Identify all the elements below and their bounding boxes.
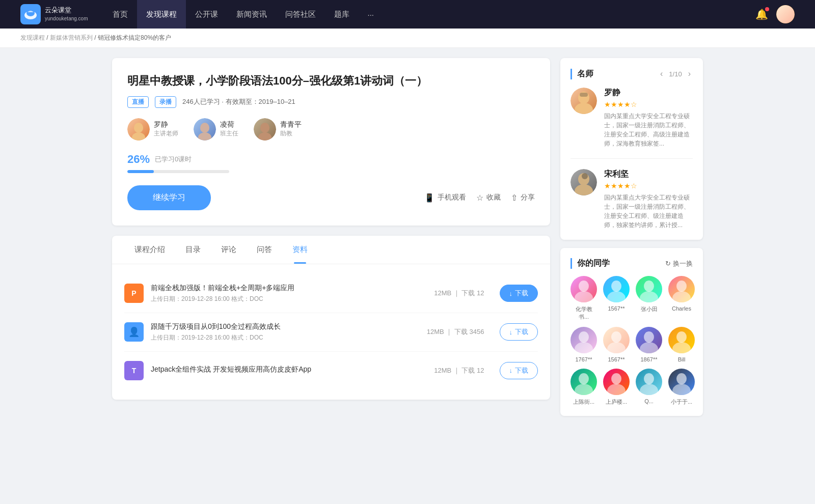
student-avatar-2[interactable] bbox=[636, 276, 662, 302]
student-item-2: 张小田 bbox=[636, 276, 662, 321]
svg-point-26 bbox=[644, 331, 654, 343]
collect-button[interactable]: ☆ 收藏 bbox=[476, 193, 501, 203]
resource-info-2: 跟随千万级项目从0到100全过程高效成长 上传日期：2019-12-28 16:… bbox=[151, 322, 420, 342]
download-button-1[interactable]: ↓ 下载 bbox=[500, 285, 538, 302]
student-item-3: Charles bbox=[668, 276, 695, 321]
bell-button[interactable]: 🔔 bbox=[755, 8, 768, 20]
download-icon-3: ↓ bbox=[509, 367, 513, 374]
breadcrumb-current: 销冠修炼术搞定80%的客户 bbox=[98, 34, 171, 41]
tab-qa[interactable]: 问答 bbox=[247, 236, 282, 264]
svg-point-21 bbox=[672, 291, 691, 302]
svg-point-24 bbox=[611, 331, 621, 343]
teachers-panel-header: 名师 ‹ 1/10 › bbox=[570, 68, 693, 79]
download-button-3[interactable]: ↓ 下载 bbox=[500, 362, 538, 379]
svg-point-5 bbox=[198, 132, 211, 141]
teachers-row: 罗静 主讲老师 凌荷 班主任 bbox=[127, 118, 535, 141]
teacher-info-1: 罗静 主讲老师 bbox=[154, 120, 178, 138]
student-item-9: 上庐楼... bbox=[603, 369, 630, 406]
teacher-card-name-2: 宋利坚 bbox=[604, 169, 693, 180]
phone-watch-button[interactable]: 📱 手机观看 bbox=[424, 193, 466, 203]
teacher-name-3: 青青平 bbox=[280, 120, 302, 129]
student-item-11: 小于于... bbox=[668, 369, 695, 406]
svg-point-31 bbox=[575, 384, 593, 395]
refresh-button[interactable]: ↻ 换一换 bbox=[665, 259, 693, 268]
teacher-card-stars-1: ★★★★☆ bbox=[604, 100, 693, 108]
teacher-name-2: 凌荷 bbox=[220, 120, 238, 129]
teachers-next-button[interactable]: › bbox=[686, 68, 693, 79]
student-avatar-11[interactable] bbox=[668, 369, 695, 395]
student-name-3: Charles bbox=[672, 305, 691, 312]
student-avatar-5[interactable] bbox=[603, 327, 630, 353]
student-name-4: 1767** bbox=[575, 356, 592, 362]
user-avatar[interactable] bbox=[776, 5, 795, 23]
nav-item-home[interactable]: 首页 bbox=[103, 0, 137, 29]
student-avatar-3[interactable] bbox=[668, 276, 695, 302]
svg-point-4 bbox=[200, 123, 209, 133]
student-item-1: 1567** bbox=[603, 276, 630, 321]
main-container: 明星中教授课，小学阶段语法100分–强化级第1讲动词（一） 直播 录播 246人… bbox=[102, 58, 713, 424]
student-name-0: 化学教书... bbox=[570, 305, 597, 321]
share-icon: ⇧ bbox=[511, 193, 518, 203]
svg-point-25 bbox=[607, 342, 626, 353]
teachers-prev-button[interactable]: ‹ bbox=[658, 68, 665, 79]
svg-point-22 bbox=[579, 331, 589, 343]
teacher-role-3: 助教 bbox=[280, 129, 302, 138]
teacher-role-1: 主讲老师 bbox=[154, 129, 178, 138]
resource-item-2: 👤 跟随千万级项目从0到100全过程高效成长 上传日期：2019-12-28 1… bbox=[124, 313, 538, 352]
student-avatar-7[interactable] bbox=[668, 327, 695, 353]
resource-icon-1: P bbox=[124, 284, 144, 303]
breadcrumb-link-discover[interactable]: 发现课程 bbox=[20, 34, 45, 41]
nav-item-more[interactable]: ··· bbox=[359, 0, 384, 29]
teacher-name-1: 罗静 bbox=[154, 120, 178, 129]
student-name-2: 张小田 bbox=[641, 305, 658, 313]
tab-catalog[interactable]: 目录 bbox=[175, 236, 211, 264]
logo-text: 云朵课堂yundouketang.com bbox=[45, 6, 88, 22]
resource-icon-2: 👤 bbox=[124, 322, 144, 342]
student-avatar-0[interactable] bbox=[570, 276, 597, 302]
tabs-card: 课程介绍 目录 评论 问答 资料 P 前端全栈加强版！前端全栈+全周期+多端应用… bbox=[112, 236, 550, 400]
student-name-5: 1567** bbox=[608, 356, 624, 362]
progress-section: 26% 已学习0课时 bbox=[127, 153, 535, 173]
svg-point-28 bbox=[676, 331, 687, 343]
teacher-item-1: 罗静 主讲老师 bbox=[127, 118, 178, 141]
progress-bar-bg bbox=[127, 170, 229, 173]
continue-button[interactable]: 继续学习 bbox=[127, 185, 211, 210]
download-button-2[interactable]: ↓ 下载 bbox=[500, 323, 538, 341]
svg-point-34 bbox=[644, 373, 654, 384]
breadcrumb: 发现课程 / 新媒体营销系列 / 销冠修炼术搞定80%的客户 bbox=[0, 29, 815, 48]
student-name-10: Q... bbox=[644, 398, 654, 404]
teacher-card-info-2: 宋利坚 ★★★★☆ 国内某重点大学安全工程专业硕士，国家一级注册消防工程师、注册… bbox=[604, 169, 693, 230]
phone-icon: 📱 bbox=[424, 193, 434, 203]
nav-item-news[interactable]: 新闻资讯 bbox=[227, 0, 276, 29]
teacher-card-info-1: 罗静 ★★★★☆ 国内某重点大学安全工程专业硕士，国家一级注册消防工程师、注册安… bbox=[604, 88, 693, 148]
tabs-content: P 前端全栈加强版！前端全栈+全周期+多端应用 上传日期：2019-12-28 … bbox=[112, 264, 550, 400]
svg-point-15 bbox=[575, 291, 593, 302]
actions-row: 继续学习 📱 手机观看 ☆ 收藏 ⇧ 分享 bbox=[127, 185, 535, 210]
logo[interactable]: 云朵课堂yundouketang.com bbox=[20, 4, 88, 24]
breadcrumb-link-series[interactable]: 新媒体营销系列 bbox=[50, 34, 93, 41]
teacher-avatar-3 bbox=[254, 118, 276, 141]
student-avatar-1[interactable] bbox=[603, 276, 630, 302]
tab-intro[interactable]: 课程介绍 bbox=[124, 236, 175, 264]
student-avatar-8[interactable] bbox=[570, 369, 597, 395]
tab-review[interactable]: 评论 bbox=[211, 236, 247, 264]
tab-resource[interactable]: 资料 bbox=[282, 236, 318, 264]
share-button[interactable]: ⇧ 分享 bbox=[511, 193, 535, 203]
student-name-1: 1567** bbox=[608, 305, 624, 312]
download-icon-1: ↓ bbox=[509, 290, 513, 297]
course-meta-text: 246人已学习 · 有效期至：2019–10–21 bbox=[182, 97, 295, 106]
student-avatar-10[interactable] bbox=[636, 369, 662, 395]
nav-item-open[interactable]: 公开课 bbox=[186, 0, 227, 29]
student-avatar-6[interactable] bbox=[636, 327, 662, 353]
teacher-card-1: 罗静 ★★★★☆ 国内某重点大学安全工程专业硕士，国家一级注册消防工程师、注册安… bbox=[570, 88, 693, 159]
teacher-avatar-2 bbox=[194, 118, 216, 141]
progress-label: 已学习0课时 bbox=[155, 155, 192, 164]
nav-item-exam[interactable]: 题库 bbox=[325, 0, 359, 29]
teachers-panel-nav: ‹ 1/10 › bbox=[658, 68, 693, 79]
student-avatar-4[interactable] bbox=[570, 327, 597, 353]
teacher-avatar-1 bbox=[127, 118, 150, 141]
students-panel: 你的同学 ↻ 换一换 化学教书... 1567** bbox=[560, 248, 703, 416]
nav-item-qa[interactable]: 问答社区 bbox=[276, 0, 325, 29]
nav-item-discover[interactable]: 发现课程 bbox=[137, 0, 186, 29]
student-avatar-9[interactable] bbox=[603, 369, 630, 395]
